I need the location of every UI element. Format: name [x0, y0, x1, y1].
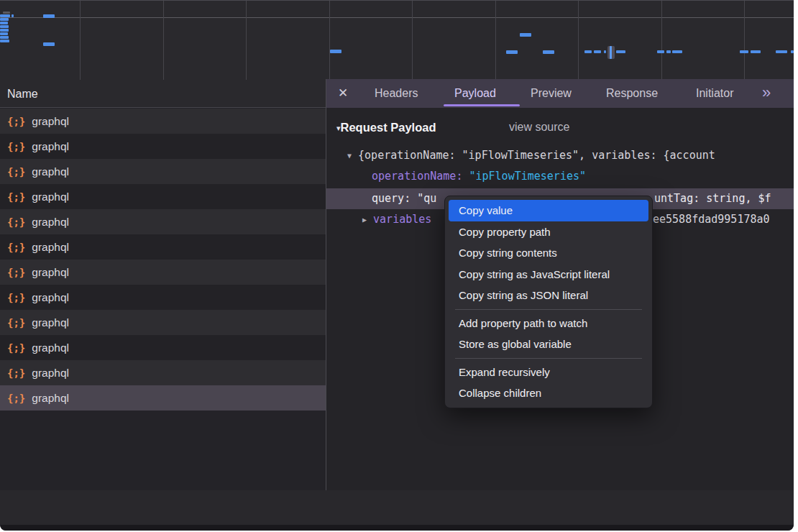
overview-gridline — [80, 1, 81, 81]
request-row-graphql[interactable]: {;}graphql — [0, 184, 326, 209]
request-row-graphql[interactable]: {;}graphql — [0, 385, 326, 411]
network-overview-timeline[interactable] — [0, 0, 794, 81]
context-menu-item[interactable]: Copy string as JSON literal — [445, 285, 652, 306]
context-menu-item[interactable]: Expand recursively — [445, 362, 652, 383]
context-menu: Copy valueCopy property pathCopy string … — [444, 196, 653, 408]
json-braces-icon: {;} — [7, 191, 25, 203]
waterfall-request-bar — [616, 50, 625, 53]
payload-preview-text: {operationName: "ipFlowTimeseries", vari… — [358, 149, 715, 162]
window-bottom-edge — [0, 525, 794, 531]
request-row-graphql[interactable]: {;}graphql — [0, 159, 326, 184]
tab-headers[interactable]: Headers — [375, 79, 418, 108]
context-menu-item[interactable]: Copy string contents — [445, 242, 652, 264]
request-name-label: graphql — [32, 392, 69, 405]
json-braces-icon: {;} — [7, 292, 25, 303]
request-row-graphql[interactable]: {;}graphql — [0, 335, 326, 360]
json-braces-icon: {;} — [7, 141, 25, 152]
expanded-caret-icon[interactable]: ▼ — [347, 152, 352, 160]
waterfall-request-bar — [12, 14, 14, 17]
request-row-graphql[interactable]: {;}graphql — [0, 260, 326, 285]
panel-split-divider[interactable] — [326, 79, 326, 525]
request-row-graphql[interactable]: {;}graphql — [0, 285, 326, 310]
waterfall-request-bar — [0, 22, 8, 24]
context-menu-item[interactable]: Copy value — [449, 200, 648, 221]
request-row-graphql[interactable]: {;}graphql — [0, 360, 326, 385]
waterfall-request-bar — [584, 50, 592, 53]
query-left-text: query: "qu — [372, 192, 436, 205]
waterfall-request-bar — [506, 50, 518, 54]
column-header-name[interactable]: Name — [0, 80, 326, 108]
devtools-network-window: Name {;}graphql{;}graphql{;}graphql{;}gr… — [0, 0, 794, 531]
waterfall-request-bar — [0, 14, 10, 17]
request-payload-section[interactable]: ▾Request Payload — [336, 118, 436, 137]
view-source-toggle[interactable]: view source — [509, 118, 569, 137]
waterfall-request-bar — [330, 50, 341, 53]
waterfall-request-bar — [666, 50, 671, 53]
request-row-graphql[interactable]: {;}graphql — [0, 234, 326, 260]
waterfall-request-bar — [0, 40, 9, 42]
overview-gridline — [329, 1, 330, 81]
request-name-label: graphql — [32, 191, 69, 203]
query-right-text: untTag: string, $f — [654, 188, 771, 209]
request-name-label: graphql — [32, 115, 69, 128]
request-name-label: graphql — [32, 165, 69, 178]
collapsed-caret-icon[interactable]: ▶ — [362, 216, 367, 224]
request-row-graphql[interactable]: {;}graphql — [0, 134, 326, 159]
context-menu-item[interactable]: Add property path to watch — [445, 313, 652, 334]
json-braces-icon: {;} — [7, 317, 25, 329]
json-braces-icon: {;} — [7, 242, 25, 253]
variables-right-text: ee5588fdad995178a0 — [653, 209, 770, 230]
context-menu-item[interactable]: Copy string as JavaScript literal — [445, 264, 652, 285]
overview-gray-bar — [3, 12, 10, 14]
request-row-graphql[interactable]: {;}graphql — [0, 310, 326, 335]
json-braces-icon: {;} — [7, 342, 25, 354]
more-tabs-icon[interactable]: » — [762, 79, 769, 108]
context-menu-item[interactable]: Store as global variable — [445, 334, 652, 355]
overview-selection-marker-line — [610, 46, 612, 59]
request-row-graphql[interactable]: {;}graphql — [0, 109, 326, 134]
waterfall-request-bar — [604, 50, 606, 53]
waterfall-request-bar — [594, 50, 601, 53]
overview-horizontal-gridline — [0, 17, 794, 18]
waterfall-request-bar — [751, 50, 761, 53]
request-name-label: graphql — [32, 266, 69, 279]
waterfall-request-bar — [0, 29, 9, 32]
request-row-graphql[interactable]: {;}graphql — [0, 209, 326, 234]
property-key: operationName: — [372, 170, 462, 183]
waterfall-request-bar — [657, 50, 664, 53]
waterfall-request-bar — [43, 42, 55, 46]
menu-separator — [455, 309, 642, 310]
json-braces-icon: {;} — [7, 166, 25, 178]
json-braces-icon: {;} — [7, 393, 25, 404]
request-name-label: graphql — [32, 291, 69, 304]
menu-separator — [455, 358, 642, 359]
payload-root-row[interactable]: ▼ {operationName: "ipFlowTimeseries", va… — [326, 145, 794, 166]
active-tab-underline — [444, 104, 520, 106]
tab-payload[interactable]: Payload — [454, 79, 496, 108]
waterfall-request-bar — [543, 50, 554, 54]
waterfall-request-bar — [0, 25, 9, 28]
waterfall-request-bar — [0, 36, 9, 39]
tab-preview[interactable]: Preview — [531, 79, 572, 108]
context-menu-item[interactable]: Copy property path — [445, 221, 652, 243]
waterfall-request-bar — [740, 50, 748, 53]
request-name-label: graphql — [32, 341, 69, 354]
close-icon[interactable]: ✕ — [338, 79, 348, 108]
request-rows: {;}graphql{;}graphql{;}graphql{;}graphql… — [0, 109, 326, 411]
tab-response[interactable]: Response — [606, 79, 658, 108]
summary-bar-area — [0, 490, 794, 525]
request-name-label: graphql — [32, 140, 69, 153]
operation-name-row[interactable]: operationName: "ipFlowTimeseries" — [326, 166, 794, 187]
tab-initiator[interactable]: Initiator — [696, 79, 733, 108]
waterfall-request-bar — [0, 18, 9, 21]
waterfall-request-bar — [43, 14, 55, 18]
waterfall-request-bar — [520, 33, 531, 37]
property-key: variables — [373, 213, 431, 226]
request-name-label: graphql — [32, 367, 69, 380]
waterfall-request-bar — [791, 50, 794, 53]
overview-gridline — [578, 1, 579, 81]
request-name-label: graphql — [32, 241, 69, 254]
context-menu-item[interactable]: Collapse children — [445, 382, 652, 404]
json-braces-icon: {;} — [7, 116, 25, 127]
request-name-label: graphql — [32, 316, 69, 329]
